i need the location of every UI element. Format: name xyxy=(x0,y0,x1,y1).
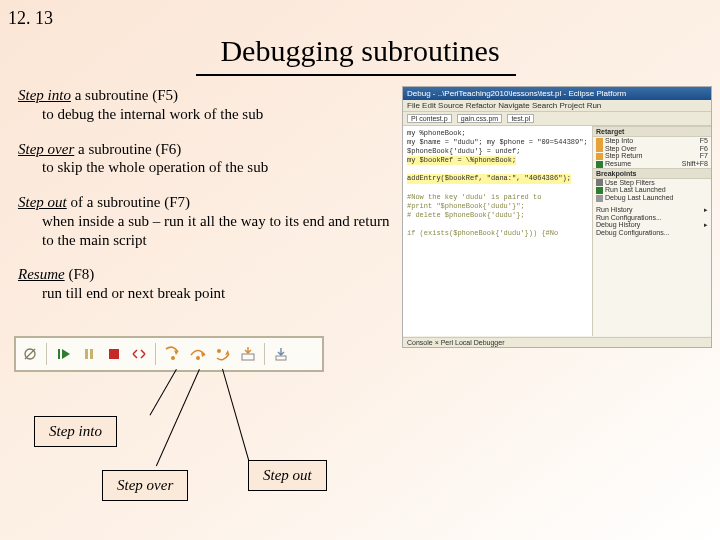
debug-menu-item[interactable]: Run Last Launched xyxy=(593,186,711,194)
debug-toolbar xyxy=(14,336,324,372)
ide-titlebar: Debug - ..\PerlTeaching2010\lessons\test… xyxy=(403,87,711,100)
step-into-icon[interactable] xyxy=(163,345,182,363)
step-out-lead: of a subroutine xyxy=(67,194,164,210)
code-line: my $bookRef = \%phoneBook; xyxy=(407,156,516,165)
resume-icon[interactable] xyxy=(54,345,73,363)
step-out-key: (F7) xyxy=(164,194,190,210)
svg-point-12 xyxy=(217,349,221,353)
svg-rect-5 xyxy=(90,349,93,359)
code-line: my $name = "dudu"; my $phone = "09=54438… xyxy=(407,138,588,147)
debug-menu-item[interactable]: Step ReturnF7 xyxy=(593,152,711,160)
svg-point-8 xyxy=(171,356,175,360)
slide: 12. 13 Debugging subroutines Step into a… xyxy=(0,0,720,540)
disconnect-icon[interactable] xyxy=(129,345,148,363)
debug-menu-item[interactable]: Run Configurations... xyxy=(593,214,711,221)
slide-title: Debugging subroutines xyxy=(0,34,720,68)
step-into-block: Step into a subroutine (F5) to debug the… xyxy=(18,86,394,124)
svg-rect-6 xyxy=(109,349,119,359)
ide-tab[interactable]: Pl contest.p xyxy=(407,114,452,123)
code-line: my %phoneBook; xyxy=(407,129,588,138)
svg-marker-3 xyxy=(62,349,70,359)
ide-tab[interactable]: test.pl xyxy=(507,114,534,123)
skip-breakpoints-icon[interactable] xyxy=(20,345,39,363)
step-out-desc: when inside a sub – run it all the way t… xyxy=(18,212,394,250)
debug-menu-item[interactable]: Run History▸ xyxy=(593,206,711,214)
debug-menu-item[interactable]: Step IntoF5 xyxy=(593,137,711,145)
ide-side-panel: Retarget Step IntoF5 Step OverF6 Step Re… xyxy=(593,126,711,336)
resume-key: (F8) xyxy=(68,266,94,282)
ide-console-header: Console × Perl Local Debugger xyxy=(403,337,711,347)
resume-block: Resume (F8) run till end or next break p… xyxy=(18,265,394,303)
code-line: if (exists($phoneBook{'dudu'})) {#No xyxy=(407,229,588,238)
step-filters-icon[interactable] xyxy=(272,345,291,363)
svg-rect-2 xyxy=(58,349,60,359)
svg-rect-4 xyxy=(85,349,88,359)
toolbar-separator xyxy=(46,343,47,365)
svg-rect-14 xyxy=(276,356,286,360)
step-into-key: (F5) xyxy=(152,87,178,103)
callout-step-out: Step out xyxy=(248,460,327,491)
body-text: Step into a subroutine (F5) to debug the… xyxy=(18,86,394,319)
step-out-name: Step out xyxy=(18,194,67,210)
callout-line xyxy=(156,369,200,466)
code-line: #Now the key 'dudu' is paired to xyxy=(407,193,588,202)
ide-tab[interactable]: gain.css.pm xyxy=(457,114,502,123)
retarget-header: Retarget xyxy=(593,126,711,137)
resume-desc: run till end or next break point xyxy=(18,284,394,303)
callout-line xyxy=(222,369,252,471)
callout-step-over: Step over xyxy=(102,470,188,501)
step-over-block: Step over a subroutine (F6) to skip the … xyxy=(18,140,394,178)
drop-to-frame-icon[interactable] xyxy=(238,345,257,363)
code-line: addEntry($bookRef, "dana:", "4064386"); xyxy=(407,174,571,183)
toolbar-separator xyxy=(264,343,265,365)
step-over-name: Step over xyxy=(18,141,74,157)
code-line: $phoneBook{'dudu'} = undef; xyxy=(407,147,588,156)
step-over-icon[interactable] xyxy=(188,345,207,363)
debug-menu-item[interactable]: Debug Last Launched xyxy=(593,194,711,202)
callout-line xyxy=(150,369,177,415)
breakpoints-header: Breakpoints xyxy=(593,168,711,179)
debug-menu-item[interactable]: Step OverF6 xyxy=(593,145,711,153)
toolbar-separator xyxy=(155,343,156,365)
page-number: 12. 13 xyxy=(8,8,53,29)
step-into-desc: to debug the internal work of the sub xyxy=(18,105,394,124)
debug-menu-item[interactable]: Debug Configurations... xyxy=(593,229,711,236)
step-over-desc: to skip the whole operation of the sub xyxy=(18,158,394,177)
code-line: #print "$phoneBook{'dudu'}"; xyxy=(407,202,588,211)
svg-rect-13 xyxy=(242,354,254,360)
step-over-key: (F6) xyxy=(155,141,181,157)
debug-menu-item[interactable]: Use Step Filters xyxy=(593,179,711,187)
code-line: # delete $phoneBook{'dudu'}; xyxy=(407,211,588,220)
step-into-lead: a subroutine xyxy=(71,87,152,103)
step-into-name: Step into xyxy=(18,87,71,103)
ide-menubar: File Edit Source Refactor Navigate Searc… xyxy=(403,100,711,112)
debug-menu-item[interactable]: ResumeShift+F8 xyxy=(593,160,711,168)
callout-step-into: Step into xyxy=(34,416,117,447)
ide-tabrow: Pl contest.p gain.css.pm test.pl xyxy=(403,112,711,126)
terminate-icon[interactable] xyxy=(104,345,123,363)
step-return-icon[interactable] xyxy=(213,345,232,363)
title-underline xyxy=(196,74,516,76)
resume-name: Resume xyxy=(18,266,65,282)
step-over-lead: a subroutine xyxy=(74,141,155,157)
suspend-icon[interactable] xyxy=(79,345,98,363)
step-out-block: Step out of a subroutine (F7) when insid… xyxy=(18,193,394,249)
ide-screenshot: Debug - ..\PerlTeaching2010\lessons\test… xyxy=(402,86,712,348)
svg-point-10 xyxy=(196,356,200,360)
ide-editor: my %phoneBook; my $name = "dudu"; my $ph… xyxy=(403,126,593,336)
debug-menu-item[interactable]: Debug History▸ xyxy=(593,221,711,229)
